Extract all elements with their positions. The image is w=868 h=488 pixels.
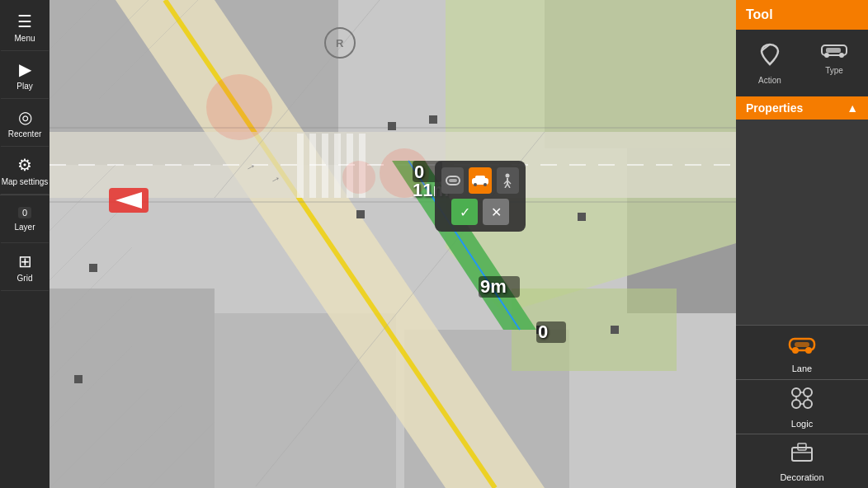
- tool-options: Action Type: [736, 30, 868, 96]
- layer-label: Layer: [14, 223, 35, 232]
- recenter-button[interactable]: ◎ Recenter: [1, 99, 49, 147]
- menu-icon: ☰: [17, 12, 32, 31]
- svg-rect-4: [50, 289, 215, 488]
- layer-value: 0: [18, 207, 31, 218]
- cancel-icon: ✕: [491, 204, 502, 220]
- svg-rect-53: [536, 321, 566, 343]
- popup-pedestrian-button[interactable]: [497, 167, 519, 194]
- settings-icon: ⚙: [17, 155, 32, 175]
- svg-point-78: [792, 400, 800, 408]
- play-button[interactable]: ▶ Play: [1, 51, 49, 99]
- svg-rect-36: [356, 210, 365, 218]
- logic-button[interactable]: Logic: [736, 379, 868, 434]
- popup: ✓ ✕: [435, 161, 526, 232]
- map-container[interactable]: → → R 0 11m 9m 0: [50, 0, 777, 488]
- action-option[interactable]: Action: [745, 36, 795, 90]
- confirm-icon: ✓: [460, 204, 470, 220]
- svg-rect-41: [89, 264, 97, 272]
- svg-point-60: [474, 183, 477, 186]
- svg-line-67: [507, 184, 510, 188]
- map-svg: → → R: [50, 0, 777, 488]
- logic-label: Logic: [791, 419, 813, 429]
- svg-rect-73: [795, 342, 809, 347]
- tool-title: Tool: [746, 7, 773, 22]
- tool-header: Tool: [736, 0, 868, 30]
- action-label: Action: [758, 76, 781, 85]
- svg-rect-57: [449, 179, 457, 182]
- svg-rect-35: [429, 115, 437, 124]
- map-settings-label: Map settings: [2, 177, 49, 186]
- type-label: Type: [825, 66, 843, 75]
- svg-point-70: [824, 53, 829, 58]
- popup-action-row: ✓ ✕: [441, 199, 519, 225]
- svg-point-61: [484, 183, 487, 186]
- decoration-label: Decoration: [780, 472, 823, 482]
- svg-rect-15: [322, 134, 328, 198]
- lane-button[interactable]: Lane: [736, 325, 868, 379]
- menu-label: Menu: [14, 34, 35, 43]
- popup-road-button[interactable]: [441, 167, 464, 194]
- type-option[interactable]: Type: [809, 36, 859, 90]
- svg-rect-16: [334, 134, 341, 198]
- svg-point-77: [804, 388, 812, 396]
- decoration-icon: [790, 441, 814, 469]
- right-panel: Tool Action Type Prope: [736, 0, 868, 488]
- svg-rect-37: [578, 213, 586, 221]
- svg-point-48: [342, 161, 375, 194]
- layer-button[interactable]: 0 Layer: [1, 195, 49, 243]
- left-sidebar: ☰ Menu ▶ Play ◎ Recenter ⚙ Map settings …: [0, 0, 50, 488]
- popup-car-button[interactable]: [469, 167, 491, 194]
- svg-rect-52: [479, 276, 520, 298]
- properties-arrow: ▲: [847, 101, 858, 115]
- svg-point-62: [506, 174, 510, 178]
- popup-confirm-button[interactable]: ✓: [451, 199, 478, 225]
- grid-button[interactable]: ⊞ Grid: [1, 243, 49, 291]
- svg-point-76: [792, 388, 800, 396]
- popup-type-row: [441, 167, 519, 194]
- svg-point-75: [805, 347, 812, 354]
- right-panel-bottom: Lane Logic: [736, 120, 868, 488]
- svg-point-79: [804, 400, 812, 408]
- svg-rect-14: [309, 134, 316, 198]
- svg-rect-34: [388, 122, 396, 130]
- svg-rect-38: [611, 326, 619, 334]
- svg-rect-40: [74, 375, 83, 383]
- popup-cancel-button[interactable]: ✕: [483, 199, 509, 225]
- grid-label: Grid: [17, 274, 33, 283]
- svg-point-46: [206, 74, 272, 140]
- action-icon: [757, 41, 783, 73]
- play-label: Play: [17, 82, 32, 91]
- grid-icon: ⊞: [18, 251, 32, 271]
- svg-text:R: R: [336, 37, 344, 49]
- svg-rect-69: [826, 48, 841, 53]
- map-settings-button[interactable]: ⚙ Map settings: [1, 147, 49, 195]
- type-icon: [821, 41, 847, 63]
- properties-header[interactable]: Properties ▲: [736, 96, 868, 120]
- menu-button[interactable]: ☰ Menu: [1, 3, 49, 51]
- svg-line-66: [505, 184, 507, 188]
- logic-icon: [790, 386, 814, 415]
- recenter-label: Recenter: [8, 129, 42, 138]
- svg-rect-59: [475, 176, 485, 181]
- recenter-icon: ◎: [18, 107, 32, 127]
- lane-label: Lane: [792, 364, 812, 373]
- decoration-button[interactable]: Decoration: [736, 434, 868, 488]
- play-icon: ▶: [19, 59, 31, 79]
- svg-point-71: [839, 53, 844, 58]
- svg-point-74: [792, 347, 799, 354]
- svg-rect-13: [297, 134, 304, 198]
- properties-label: Properties: [746, 101, 803, 115]
- lane-icon: [788, 332, 816, 360]
